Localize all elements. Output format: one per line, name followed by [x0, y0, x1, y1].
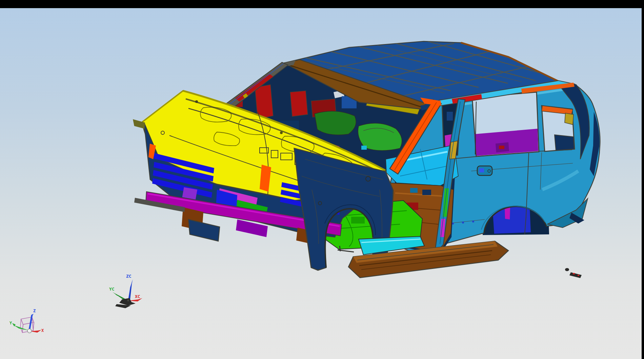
wcs-y-label: YC	[109, 287, 115, 292]
wcs-triad[interactable]: ZC YC XC	[109, 274, 142, 308]
door-handle-recess	[477, 166, 492, 175]
quarter-window-opening[interactable]	[542, 106, 575, 151]
part-debris[interactable]	[565, 268, 582, 278]
wcs-z-label: ZC	[126, 274, 132, 279]
abs-x-label: X	[41, 328, 44, 333]
cad-viewport[interactable]: ZC YC XC Z Y X	[0, 0, 644, 359]
rear-door-window-opening[interactable]	[472, 92, 539, 156]
abs-z-label: Z	[33, 309, 36, 313]
abs-y-label: Y	[9, 321, 12, 325]
wcs-x-label: XC	[135, 294, 140, 299]
model-canvas[interactable]: ZC YC XC Z Y X	[0, 0, 644, 359]
absolute-triad[interactable]: Z Y X	[9, 309, 44, 333]
